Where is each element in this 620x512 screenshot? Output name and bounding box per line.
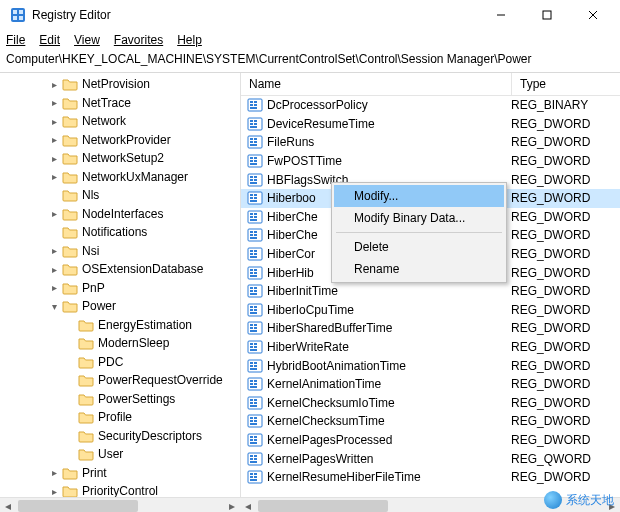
value-name: KernelChecksumIoTime [267, 396, 503, 410]
value-row[interactable]: HiberSharedBufferTimeREG_DWORD [241, 319, 620, 338]
value-row[interactable]: KernelAnimationTimeREG_DWORD [241, 375, 620, 394]
svg-rect-80 [250, 312, 257, 314]
tree-node[interactable]: Nls [0, 186, 240, 205]
tree-node[interactable]: ▸NetworkSetup2 [0, 149, 240, 168]
expand-icon[interactable]: ▸ [48, 97, 60, 108]
tree-node[interactable]: SecurityDescriptors [0, 427, 240, 446]
expand-icon[interactable]: ▸ [48, 264, 60, 275]
value-row[interactable]: DcProcessorPolicyREG_BINARY [241, 96, 620, 115]
app-icon [10, 7, 26, 23]
value-row[interactable]: DeviceResumeTimeREG_DWORD [241, 115, 620, 134]
scroll-left-icon[interactable]: ◂ [0, 498, 16, 512]
expand-icon[interactable]: ▸ [48, 171, 60, 182]
expand-icon[interactable]: ▸ [48, 116, 60, 127]
menu-view[interactable]: View [74, 33, 100, 47]
tree-node[interactable]: ▸PnP [0, 279, 240, 298]
tree-node[interactable]: ▸PriorityControl [0, 482, 240, 497]
tree-node[interactable]: EnergyEstimation [0, 316, 240, 335]
ctx-rename[interactable]: Rename [334, 258, 504, 280]
value-name: HiberSharedBufferTime [267, 321, 503, 335]
value-type: REG_DWORD [503, 135, 590, 149]
folder-icon [78, 446, 94, 462]
reg-value-icon [247, 451, 263, 467]
maximize-button[interactable] [524, 0, 570, 30]
expand-icon[interactable]: ▸ [48, 245, 60, 256]
value-row[interactable]: HiberWriteRateREG_DWORD [241, 338, 620, 357]
svg-rect-50 [250, 219, 257, 221]
value-row[interactable]: HiberIoCpuTimeREG_DWORD [241, 301, 620, 320]
tree-node[interactable]: ▸NetTrace [0, 94, 240, 113]
tree-node[interactable]: ModernSleep [0, 334, 240, 353]
value-row[interactable]: FileRunsREG_DWORD [241, 133, 620, 152]
window-buttons [478, 0, 616, 30]
value-row[interactable]: KernelChecksumTimeREG_DWORD [241, 412, 620, 431]
tree-node[interactable]: PowerSettings [0, 390, 240, 409]
expand-icon[interactable]: ▸ [48, 467, 60, 478]
tree-hscroll[interactable]: ◂ ▸ [0, 497, 240, 512]
menu-favorites[interactable]: Favorites [114, 33, 163, 47]
ctx-delete[interactable]: Delete [334, 236, 504, 258]
value-name: HiberInitTime [267, 284, 503, 298]
svg-rect-6 [543, 11, 551, 19]
svg-rect-94 [250, 362, 253, 364]
tree-node[interactable]: ▾Power [0, 297, 240, 316]
close-button[interactable] [570, 0, 616, 30]
value-row[interactable]: KernelPagesProcessedREG_DWORD [241, 431, 620, 450]
svg-rect-4 [19, 16, 23, 20]
expand-icon[interactable]: ▸ [48, 134, 60, 145]
tree-node[interactable]: User [0, 445, 240, 464]
menu-help[interactable]: Help [177, 33, 202, 47]
svg-rect-40 [250, 194, 253, 196]
svg-rect-113 [254, 417, 257, 419]
tree-node[interactable]: ▸Print [0, 464, 240, 483]
tree-node[interactable]: ▸NetworkProvider [0, 131, 240, 150]
expand-icon[interactable]: ▾ [48, 301, 60, 312]
tree-node[interactable]: PowerRequestOverride [0, 371, 240, 390]
expand-icon[interactable]: ▸ [48, 153, 60, 164]
menu-edit[interactable]: Edit [39, 33, 60, 47]
folder-icon [62, 261, 78, 277]
tree-node[interactable]: ▸Network [0, 112, 240, 131]
column-type[interactable]: Type [512, 73, 620, 95]
tree-node[interactable]: PDC [0, 353, 240, 372]
value-row[interactable]: KernelChecksumIoTimeREG_DWORD [241, 394, 620, 413]
expand-icon[interactable]: ▸ [48, 79, 60, 90]
svg-rect-89 [254, 343, 257, 345]
value-row[interactable]: HybridBootAnimationTimeREG_DWORD [241, 356, 620, 375]
tree-pane[interactable]: ▸NetProvision▸NetTrace▸Network▸NetworkPr… [0, 73, 241, 497]
value-row[interactable]: KernelPagesWrittenREG_QWORD [241, 449, 620, 468]
tree-label: SecurityDescriptors [98, 429, 202, 443]
svg-rect-130 [250, 473, 253, 475]
tree-node[interactable]: ▸NetworkUxManager [0, 168, 240, 187]
value-type: REG_DWORD [503, 173, 590, 187]
ctx-modify-binary[interactable]: Modify Binary Data... [334, 207, 504, 229]
tree-node[interactable]: ▸NodeInterfaces [0, 205, 240, 224]
address-bar[interactable]: Computer\HKEY_LOCAL_MACHINE\SYSTEM\Curre… [0, 50, 620, 72]
svg-rect-71 [254, 287, 257, 289]
column-name[interactable]: Name [241, 73, 512, 95]
tree-node[interactable]: ▸OSExtensionDatabase [0, 260, 240, 279]
minimize-button[interactable] [478, 0, 524, 30]
expand-icon[interactable]: ▸ [48, 486, 60, 497]
ctx-modify[interactable]: Modify... [334, 185, 504, 207]
value-name: KernelAnimationTime [267, 377, 503, 391]
svg-rect-18 [250, 123, 253, 125]
tree-node[interactable]: Profile [0, 408, 240, 427]
menu-file[interactable]: File [6, 33, 25, 47]
value-row[interactable]: HiberInitTimeREG_DWORD [241, 282, 620, 301]
tree-node[interactable]: Notifications [0, 223, 240, 242]
scroll-right-icon[interactable]: ▸ [224, 498, 240, 512]
reg-value-icon [247, 283, 263, 299]
tree-label: EnergyEstimation [98, 318, 192, 332]
list-pane[interactable]: Name Type DcProcessorPolicyREG_BINARYDev… [241, 73, 620, 497]
value-row[interactable]: FwPOSTTimeREG_DWORD [241, 152, 620, 171]
tree-label: Notifications [82, 225, 147, 239]
value-type: REG_DWORD [503, 321, 590, 335]
scroll-left-icon[interactable]: ◂ [240, 498, 256, 512]
tree-node[interactable]: ▸Nsi [0, 242, 240, 261]
value-row[interactable]: KernelResumeHiberFileTimeREG_DWORD [241, 468, 620, 487]
svg-rect-107 [254, 399, 257, 401]
expand-icon[interactable]: ▸ [48, 282, 60, 293]
expand-icon[interactable]: ▸ [48, 208, 60, 219]
tree-node[interactable]: ▸NetProvision [0, 75, 240, 94]
